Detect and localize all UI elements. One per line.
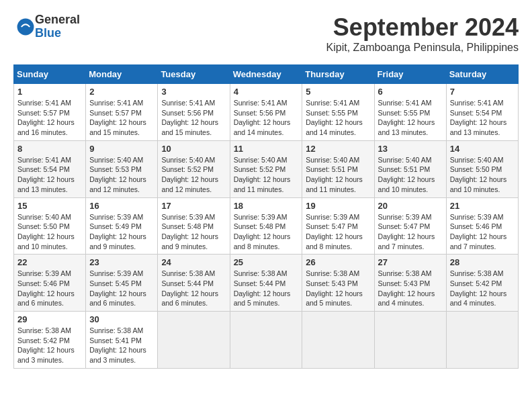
day-number: 16 [89,201,154,211]
calendar-cell: 11Sunrise: 5:40 AMSunset: 5:52 PMDayligh… [230,140,302,197]
calendar-cell [302,312,374,369]
day-detail: Sunrise: 5:38 AMSunset: 5:43 PMDaylight:… [306,269,370,308]
day-number: 8 [17,144,82,154]
location-title: Kipit, Zamboanga Peninsula, Philippines [326,42,519,54]
calendar-table: SundayMondayTuesdayWednesdayThursdayFrid… [13,64,519,369]
calendar-cell: 24Sunrise: 5:38 AMSunset: 5:44 PMDayligh… [158,255,230,312]
day-number: 17 [161,201,226,211]
day-number: 1 [17,87,82,97]
day-number: 14 [450,144,515,154]
day-detail: Sunrise: 5:40 AMSunset: 5:51 PMDaylight:… [378,155,443,195]
calendar-cell: 13Sunrise: 5:40 AMSunset: 5:51 PMDayligh… [374,140,446,197]
day-detail: Sunrise: 5:41 AMSunset: 5:57 PMDaylight:… [89,98,154,138]
day-detail: Sunrise: 5:41 AMSunset: 5:57 PMDaylight:… [17,98,82,138]
calendar-week-row: 22Sunrise: 5:39 AMSunset: 5:46 PMDayligh… [14,255,519,312]
day-detail: Sunrise: 5:40 AMSunset: 5:50 PMDaylight:… [450,155,515,195]
day-number: 9 [89,144,154,154]
day-detail: Sunrise: 5:39 AMSunset: 5:46 PMDaylight:… [17,269,82,308]
calendar-week-row: 15Sunrise: 5:40 AMSunset: 5:50 PMDayligh… [14,197,519,255]
weekday-header: Thursday [302,65,374,84]
day-detail: Sunrise: 5:38 AMSunset: 5:44 PMDaylight:… [234,269,299,308]
calendar-cell: 29Sunrise: 5:38 AMSunset: 5:42 PMDayligh… [14,312,86,369]
page-header: General Blue September 2024 Kipit, Zambo… [13,13,519,54]
day-number: 4 [234,87,299,97]
day-number: 29 [17,314,82,324]
day-detail: Sunrise: 5:41 AMSunset: 5:56 PMDaylight:… [161,98,226,138]
calendar-cell: 16Sunrise: 5:39 AMSunset: 5:49 PMDayligh… [86,197,158,255]
day-detail: Sunrise: 5:39 AMSunset: 5:46 PMDaylight:… [450,212,515,252]
logo-blue: Blue [35,27,80,40]
day-number: 23 [89,257,154,267]
calendar-cell: 26Sunrise: 5:38 AMSunset: 5:43 PMDayligh… [302,255,374,312]
calendar-cell: 14Sunrise: 5:40 AMSunset: 5:50 PMDayligh… [446,140,518,197]
calendar-cell: 18Sunrise: 5:39 AMSunset: 5:48 PMDayligh… [230,197,302,255]
day-detail: Sunrise: 5:39 AMSunset: 5:47 PMDaylight:… [306,212,370,252]
title-section: September 2024 Kipit, Zamboanga Peninsul… [326,13,519,54]
calendar-cell: 23Sunrise: 5:39 AMSunset: 5:45 PMDayligh… [86,255,158,312]
calendar-cell: 2Sunrise: 5:41 AMSunset: 5:57 PMDaylight… [86,84,158,141]
day-detail: Sunrise: 5:38 AMSunset: 5:42 PMDaylight:… [17,326,82,365]
day-detail: Sunrise: 5:39 AMSunset: 5:45 PMDaylight:… [89,269,154,308]
weekday-header: Monday [86,65,158,84]
day-detail: Sunrise: 5:38 AMSunset: 5:42 PMDaylight:… [450,269,515,308]
day-detail: Sunrise: 5:40 AMSunset: 5:53 PMDaylight:… [89,155,154,195]
day-detail: Sunrise: 5:39 AMSunset: 5:48 PMDaylight:… [161,212,226,252]
day-number: 18 [234,201,299,211]
calendar-cell: 19Sunrise: 5:39 AMSunset: 5:47 PMDayligh… [302,197,374,255]
calendar-cell: 15Sunrise: 5:40 AMSunset: 5:50 PMDayligh… [14,197,86,255]
day-detail: Sunrise: 5:39 AMSunset: 5:47 PMDaylight:… [378,212,443,252]
day-number: 22 [17,257,82,267]
calendar-cell: 3Sunrise: 5:41 AMSunset: 5:56 PMDaylight… [158,84,230,141]
day-detail: Sunrise: 5:41 AMSunset: 5:55 PMDaylight:… [306,98,370,138]
day-number: 15 [17,201,82,211]
weekday-header: Sunday [14,65,86,84]
day-detail: Sunrise: 5:38 AMSunset: 5:41 PMDaylight:… [89,326,154,365]
month-title: September 2024 [326,13,519,42]
day-detail: Sunrise: 5:40 AMSunset: 5:50 PMDaylight:… [17,212,82,252]
calendar-cell: 21Sunrise: 5:39 AMSunset: 5:46 PMDayligh… [446,197,518,255]
day-detail: Sunrise: 5:40 AMSunset: 5:51 PMDaylight:… [306,155,370,195]
calendar-cell: 17Sunrise: 5:39 AMSunset: 5:48 PMDayligh… [158,197,230,255]
day-detail: Sunrise: 5:41 AMSunset: 5:54 PMDaylight:… [17,155,82,195]
calendar-cell: 25Sunrise: 5:38 AMSunset: 5:44 PMDayligh… [230,255,302,312]
day-number: 28 [450,257,515,267]
day-number: 12 [306,144,370,154]
logo-text: General Blue [35,13,80,40]
calendar-cell: 9Sunrise: 5:40 AMSunset: 5:53 PMDaylight… [86,140,158,197]
calendar-cell [446,312,518,369]
day-number: 7 [450,87,515,97]
day-number: 30 [89,314,154,324]
calendar-cell: 1Sunrise: 5:41 AMSunset: 5:57 PMDaylight… [14,84,86,141]
day-detail: Sunrise: 5:41 AMSunset: 5:54 PMDaylight:… [450,98,515,138]
day-number: 3 [161,87,226,97]
day-detail: Sunrise: 5:40 AMSunset: 5:52 PMDaylight:… [161,155,226,195]
weekday-header: Wednesday [230,65,302,84]
day-number: 20 [378,201,443,211]
day-detail: Sunrise: 5:41 AMSunset: 5:55 PMDaylight:… [378,98,443,138]
weekday-header-row: SundayMondayTuesdayWednesdayThursdayFrid… [14,65,519,84]
calendar-cell: 7Sunrise: 5:41 AMSunset: 5:54 PMDaylight… [446,84,518,141]
day-detail: Sunrise: 5:38 AMSunset: 5:44 PMDaylight:… [161,269,226,308]
day-number: 5 [306,87,370,97]
calendar-cell: 6Sunrise: 5:41 AMSunset: 5:55 PMDaylight… [374,84,446,141]
day-number: 24 [161,257,226,267]
svg-point-0 [17,18,34,35]
calendar-week-row: 29Sunrise: 5:38 AMSunset: 5:42 PMDayligh… [14,312,519,369]
day-detail: Sunrise: 5:39 AMSunset: 5:49 PMDaylight:… [89,212,154,252]
calendar-cell: 5Sunrise: 5:41 AMSunset: 5:55 PMDaylight… [302,84,374,141]
day-detail: Sunrise: 5:39 AMSunset: 5:48 PMDaylight:… [234,212,299,252]
calendar-cell: 30Sunrise: 5:38 AMSunset: 5:41 PMDayligh… [86,312,158,369]
day-number: 19 [306,201,370,211]
calendar-cell [374,312,446,369]
weekday-header: Friday [374,65,446,84]
logo-icon [16,17,35,36]
weekday-header: Tuesday [158,65,230,84]
calendar-week-row: 1Sunrise: 5:41 AMSunset: 5:57 PMDaylight… [14,84,519,141]
day-number: 2 [89,87,154,97]
calendar-cell [230,312,302,369]
day-detail: Sunrise: 5:41 AMSunset: 5:56 PMDaylight:… [234,98,299,138]
day-number: 26 [306,257,370,267]
day-detail: Sunrise: 5:38 AMSunset: 5:43 PMDaylight:… [378,269,443,308]
day-number: 13 [378,144,443,154]
day-number: 11 [234,144,299,154]
